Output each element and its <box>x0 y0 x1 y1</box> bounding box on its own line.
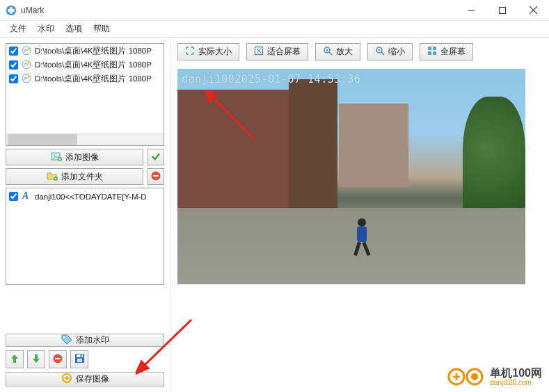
save-icon <box>61 373 72 386</box>
check-icon <box>151 152 161 163</box>
scroll-thumb[interactable] <box>8 134 77 145</box>
svg-line-33 <box>329 52 332 55</box>
watermark-text: danji100<<TODAYDATE[Y-M-D <box>35 193 147 201</box>
right-panel: 实际大小 适合屏幕 放大 缩小 全屏幕 <box>170 38 549 392</box>
file-item[interactable]: D:\tools\桌面\4K壁纸图片 1080P <box>6 44 164 58</box>
minus-circle-icon <box>150 170 161 183</box>
title-bar: uMark <box>0 0 549 21</box>
brand-domain: danji100.com <box>490 379 542 386</box>
svg-point-10 <box>28 76 30 78</box>
app-icon <box>6 5 17 16</box>
zoom-out-icon <box>375 46 385 58</box>
svg-point-6 <box>28 48 30 50</box>
move-down-button[interactable] <box>27 350 45 368</box>
image-file-icon <box>21 73 32 84</box>
actual-size-label: 实际大小 <box>198 46 232 58</box>
fullscreen-icon <box>427 46 437 58</box>
svg-rect-24 <box>55 358 61 359</box>
watermark-checkbox[interactable] <box>9 192 18 201</box>
add-image-button[interactable]: 添加图像 <box>6 149 143 165</box>
add-image-icon <box>51 152 62 163</box>
svg-point-7 <box>22 60 31 69</box>
svg-point-22 <box>63 336 64 338</box>
horizontal-scrollbar[interactable] <box>6 133 164 145</box>
zoom-out-label: 缩小 <box>388 46 405 58</box>
zoom-in-button[interactable]: 放大 <box>315 43 360 60</box>
minus-circle-icon <box>52 353 63 366</box>
svg-line-37 <box>381 52 384 55</box>
preview-area[interactable]: danji1002025-01-07 14:53:36 <box>177 69 542 284</box>
fullscreen-label: 全屏幕 <box>440 46 466 58</box>
fullscreen-button[interactable]: 全屏幕 <box>420 43 473 60</box>
svg-point-8 <box>28 62 30 64</box>
file-path: D:\tools\桌面\4K壁纸图片 1080P <box>35 46 152 56</box>
file-checkbox[interactable] <box>9 60 18 70</box>
close-button[interactable] <box>518 0 549 21</box>
svg-rect-26 <box>77 354 83 357</box>
zoom-in-icon <box>323 46 333 58</box>
maximize-button[interactable] <box>486 0 518 21</box>
add-image-label: 添加图像 <box>65 152 99 163</box>
brand-logo: 单机100网 danji100.com <box>447 366 542 388</box>
zoom-out-button[interactable]: 缩小 <box>367 43 413 60</box>
fit-screen-label: 适合屏幕 <box>267 46 301 58</box>
delete-button[interactable] <box>49 350 67 368</box>
text-watermark-icon: A <box>21 190 32 203</box>
svg-rect-42 <box>433 51 436 55</box>
menu-options[interactable]: 选项 <box>60 22 88 36</box>
file-list[interactable]: D:\tools\桌面\4K壁纸图片 1080P D:\tools\桌面\4K壁… <box>6 43 164 146</box>
file-item[interactable]: D:\tools\桌面\4K壁纸图片 1080P <box>6 72 164 85</box>
save-settings-button[interactable] <box>70 350 88 368</box>
actual-size-icon <box>185 46 195 58</box>
brand-name: 单机100网 <box>490 367 542 379</box>
watermark-item[interactable]: A danji100<<TODAYDATE[Y-M-D <box>6 188 164 204</box>
svg-point-9 <box>22 74 31 83</box>
actual-size-button[interactable]: 实际大小 <box>177 43 239 60</box>
file-checkbox[interactable] <box>9 47 18 56</box>
file-path: D:\tools\桌面\4K壁纸图片 1080P <box>35 60 152 70</box>
svg-point-5 <box>22 47 31 55</box>
watermark-list[interactable]: A danji100<<TODAYDATE[Y-M-D <box>6 188 164 285</box>
tag-icon <box>61 334 72 346</box>
svg-rect-39 <box>428 47 431 50</box>
menu-bar: 文件 水印 选项 帮助 <box>0 21 549 38</box>
floppy-disk-icon <box>74 353 85 366</box>
remove-button[interactable] <box>148 168 164 185</box>
svg-rect-41 <box>428 51 431 55</box>
zoom-in-label: 放大 <box>336 46 353 58</box>
confirm-button[interactable] <box>148 149 164 165</box>
menu-watermark[interactable]: 水印 <box>32 22 60 36</box>
svg-rect-20 <box>153 175 159 177</box>
svg-point-49 <box>471 373 478 380</box>
svg-rect-2 <box>499 7 505 13</box>
image-file-icon <box>21 59 32 70</box>
save-image-label: 保存图像 <box>76 373 109 385</box>
svg-rect-28 <box>80 355 81 357</box>
file-path: D:\tools\桌面\4K壁纸图片 1080P <box>35 74 152 84</box>
arrow-up-icon <box>10 353 19 366</box>
left-panel: D:\tools\桌面\4K壁纸图片 1080P D:\tools\桌面\4K壁… <box>0 38 170 392</box>
fit-screen-button[interactable]: 适合屏幕 <box>246 43 308 60</box>
file-checkbox[interactable] <box>9 74 18 83</box>
svg-point-30 <box>65 377 68 380</box>
image-file-icon <box>21 45 32 56</box>
svg-rect-40 <box>433 47 436 50</box>
preview-toolbar: 实际大小 适合屏幕 放大 缩小 全屏幕 <box>177 43 542 60</box>
minimize-button[interactable] <box>455 0 486 21</box>
svg-rect-27 <box>77 359 82 362</box>
add-folder-label: 添加文件夹 <box>61 171 103 183</box>
add-folder-icon <box>47 171 58 183</box>
menu-help[interactable]: 帮助 <box>88 22 116 36</box>
move-up-button[interactable] <box>6 350 24 368</box>
file-item[interactable]: D:\tools\桌面\4K壁纸图片 1080P <box>6 58 164 72</box>
app-title: uMark <box>21 6 455 15</box>
add-folder-button[interactable]: 添加文件夹 <box>6 168 143 185</box>
save-image-button[interactable]: 保存图像 <box>6 372 164 386</box>
arrow-down-icon <box>31 353 41 366</box>
menu-file[interactable]: 文件 <box>4 22 32 36</box>
add-watermark-button[interactable]: 添加水印 <box>6 334 164 347</box>
svg-text:A: A <box>22 190 29 201</box>
svg-point-12 <box>53 154 55 156</box>
fit-screen-icon <box>254 46 264 58</box>
logo-icon <box>447 366 486 388</box>
